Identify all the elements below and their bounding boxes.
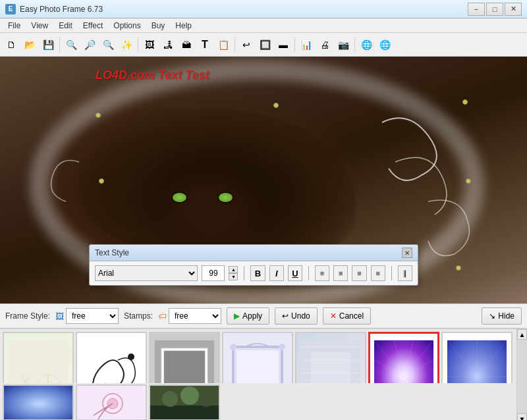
rotate-button[interactable]: ✨ <box>118 36 135 53</box>
scroll-down-arrow[interactable]: ▼ <box>517 413 527 420</box>
frame-style-select[interactable]: free <box>66 308 119 324</box>
dialog-close-button[interactable]: ✕ <box>402 248 412 258</box>
align-justify-button[interactable]: ≡ <box>371 265 385 281</box>
handle-tm[interactable] <box>273 103 279 108</box>
frame-thumb-3[interactable] <box>149 332 220 383</box>
frame-style-icon: 🖼 <box>55 311 64 321</box>
frame-style-label: Frame Style: <box>5 311 50 321</box>
scroll-up-arrow[interactable]: ▲ <box>517 329 527 340</box>
frame-thumb-5[interactable] <box>295 332 366 383</box>
hide-label: Hide <box>498 311 514 321</box>
apply-label: Apply <box>242 311 262 321</box>
minimize-button[interactable]: − <box>468 3 485 16</box>
maximize-button[interactable]: □ <box>486 3 503 16</box>
frame-thumb-r2-3[interactable] <box>149 384 220 420</box>
title-bar-buttons: − □ ✕ <box>468 3 522 16</box>
handle-tr[interactable] <box>462 99 468 105</box>
menu-file[interactable]: File <box>3 20 26 31</box>
stamps-icon: 🏷 <box>158 311 167 321</box>
svg-point-63 <box>162 391 178 407</box>
format-sep-3 <box>391 266 392 280</box>
hide-icon: ↘ <box>489 311 495 321</box>
svg-point-65 <box>200 394 213 407</box>
underline-button[interactable]: U <box>288 265 302 281</box>
stamps-select[interactable]: free <box>169 308 221 324</box>
cancel-label: Cancel <box>339 311 364 321</box>
open-button[interactable]: 📂 <box>21 36 38 53</box>
undo-button[interactable]: ↩ <box>238 36 255 53</box>
menu-bar: File View Edit Effect Options Buy Help <box>0 18 527 33</box>
cat-eye-left <box>171 192 188 203</box>
new-button[interactable]: 🗋 <box>3 36 20 53</box>
frame-thumb-4[interactable] <box>222 332 293 383</box>
frame-thumb-r2-1[interactable] <box>3 384 74 420</box>
svg-rect-57 <box>4 386 74 420</box>
spin-up[interactable]: ▲ <box>229 266 238 273</box>
menu-view[interactable]: View <box>26 20 53 31</box>
frame-thumb-1[interactable] <box>3 332 74 383</box>
app-icon: E <box>5 4 16 14</box>
format-sep-2 <box>308 266 309 280</box>
undo-button[interactable]: ↩ Undo <box>275 307 318 325</box>
web1-button[interactable]: 🌐 <box>358 36 375 53</box>
spacing-button[interactable]: ∥ <box>398 265 412 281</box>
svg-point-64 <box>180 386 199 405</box>
handle-ml[interactable] <box>99 178 104 184</box>
save-button[interactable]: 💾 <box>40 36 57 53</box>
frame-thumb-7[interactable] <box>441 332 513 383</box>
bold-button[interactable]: B <box>250 265 265 281</box>
chart-button[interactable]: 📊 <box>298 36 315 53</box>
frame-thumb-2[interactable] <box>76 332 147 383</box>
print-button[interactable]: 🖨 <box>316 36 333 53</box>
overlay-text[interactable]: LO4D.com Text Test <box>96 68 209 82</box>
svg-rect-18 <box>236 350 279 384</box>
gallery-scrollbar: ▲ ▼ <box>516 329 527 420</box>
align-center-button[interactable]: ≡ <box>333 265 348 281</box>
align-right-button[interactable]: ≡ <box>352 265 366 281</box>
apply-button[interactable]: ▶ Apply <box>227 307 269 325</box>
close-button[interactable]: ✕ <box>505 3 522 16</box>
menu-options[interactable]: Options <box>108 20 146 31</box>
cancel-button[interactable]: ✕ Cancel <box>323 307 371 325</box>
stamp-button[interactable]: 🏔 <box>178 36 195 53</box>
frame-thumb-6[interactable] <box>368 332 439 383</box>
handle-tl[interactable] <box>96 113 101 118</box>
svg-point-12 <box>128 354 134 360</box>
clipboard-button[interactable]: 📋 <box>215 36 232 53</box>
toolbar-sep-4 <box>294 38 295 52</box>
align-left-button[interactable]: ≡ <box>315 265 329 281</box>
zoom-fit-button[interactable]: 🔍 <box>99 36 117 53</box>
text-button[interactable]: T <box>196 36 213 53</box>
frame-style-control: 🖼 free <box>55 308 119 324</box>
gallery-row-2 <box>0 383 516 420</box>
undo-icon: ↩ <box>282 311 289 321</box>
cancel-icon: ✕ <box>330 311 337 321</box>
svg-rect-34 <box>311 352 350 384</box>
layout-button[interactable]: 🔲 <box>256 36 273 53</box>
thumb-r2-2-svg <box>77 386 147 420</box>
handle-br[interactable] <box>456 265 461 271</box>
handle-mr[interactable] <box>466 178 471 184</box>
bottom-toolbar: Frame Style: 🖼 free Stamps: 🏷 free ▶ App… <box>0 303 527 328</box>
spin-down[interactable]: ▼ <box>229 273 238 280</box>
menu-effect[interactable]: Effect <box>78 20 108 31</box>
web2-button[interactable]: 🌐 <box>376 36 393 53</box>
italic-button[interactable]: I <box>269 265 284 281</box>
title-bar-text: Easy Photo Frame 6.73 <box>20 5 468 14</box>
photo-button[interactable]: 🖼 <box>141 36 158 53</box>
menu-edit[interactable]: Edit <box>53 20 78 31</box>
zoom-out-button[interactable]: 🔍 <box>63 36 80 53</box>
bg-button[interactable]: ▬ <box>275 36 292 53</box>
hide-button[interactable]: ↘ Hide <box>482 307 522 325</box>
menu-help[interactable]: Help <box>170 20 197 31</box>
menu-buy[interactable]: Buy <box>146 20 171 31</box>
frame-thumb-r2-2[interactable] <box>76 384 147 420</box>
frame-button[interactable]: 🏞 <box>159 36 177 53</box>
font-size-input[interactable] <box>202 265 225 281</box>
svg-rect-1 <box>9 340 68 384</box>
font-select[interactable]: Arial Times New Roman Verdana <box>95 265 198 281</box>
undo-label: Undo <box>291 311 310 321</box>
camera-button[interactable]: 📷 <box>335 36 352 53</box>
font-size-spinner: ▲ ▼ <box>229 266 238 280</box>
zoom-in-button[interactable]: 🔎 <box>81 36 98 53</box>
